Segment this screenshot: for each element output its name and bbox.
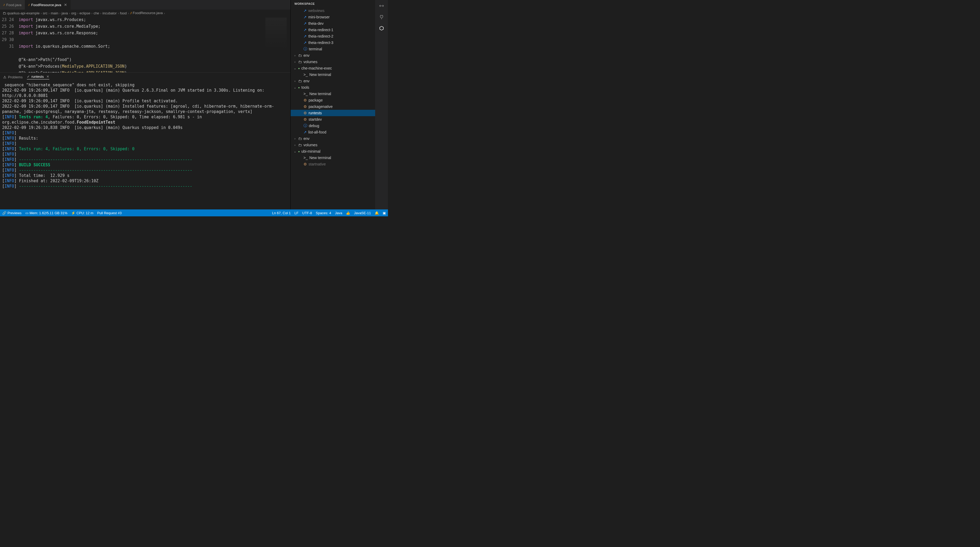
- code-editor[interactable]: 23 24 25 26 27 28 29 30 31 import javax.…: [0, 16, 290, 73]
- workspace-item-mini-browser[interactable]: ↗mini-browser: [291, 14, 375, 20]
- tree-item-label: theia-redirect-3: [308, 40, 333, 45]
- workspace-item-theia-redirect-2[interactable]: ↗theia-redirect-2: [291, 33, 375, 40]
- status-pull-request[interactable]: Pull Request #3: [97, 211, 122, 215]
- close-icon[interactable]: ✕: [64, 3, 67, 7]
- chevron-right-icon: ›: [40, 11, 41, 15]
- warning-icon: ⚠: [3, 75, 6, 79]
- info-icon: ⓘ: [304, 47, 307, 51]
- code-lines[interactable]: import javax.ws.rs.Produces; import java…: [19, 16, 290, 73]
- workspace-item-startnative[interactable]: ⚙startnative: [291, 161, 375, 167]
- exchange-icon[interactable]: [378, 2, 385, 10]
- workspace-item-theia-redirect-3[interactable]: ↗theia-redirect-3: [291, 40, 375, 46]
- workspace-item-new-terminal[interactable]: >_New terminal: [291, 91, 375, 97]
- tab-runtests[interactable]: ✓ runtests ✕: [27, 75, 49, 80]
- link-icon: 🔗: [2, 211, 6, 215]
- editor-tab[interactable]: JFood.java: [0, 0, 25, 10]
- workspace-item-theia-redirect-1[interactable]: ↗theia-redirect-1: [291, 27, 375, 33]
- layout-icon[interactable]: ▣: [383, 211, 386, 215]
- workspace-item-debug[interactable]: ⓘdebug: [291, 122, 375, 129]
- status-cursor-pos[interactable]: Ln 67, Col 1: [272, 211, 291, 215]
- bell-icon[interactable]: 🔔: [375, 211, 379, 215]
- tree-item-label: New terminal: [309, 73, 331, 77]
- breadcrumb-segment[interactable]: java: [62, 11, 68, 15]
- tree-item-label: packagenative: [309, 105, 332, 109]
- tree-item-label: debug: [309, 124, 319, 128]
- tree-item-label: terminal: [309, 47, 322, 51]
- chevron-right-icon: ›: [59, 11, 60, 15]
- tree-item-label: volumes: [304, 143, 317, 147]
- close-icon[interactable]: ✕: [46, 75, 49, 79]
- breadcrumb-segment[interactable]: eclipse: [80, 11, 90, 15]
- tree-item-label: env: [304, 53, 310, 57]
- status-indent[interactable]: Spaces: 4: [316, 211, 331, 215]
- breadcrumb-segment[interactable]: incubator: [102, 11, 116, 15]
- tab-problems[interactable]: ⚠ Problems: [3, 75, 23, 79]
- status-previews[interactable]: 🔗 Previews: [2, 211, 22, 215]
- workspace-item-startdev[interactable]: ⚙startdev: [291, 116, 375, 122]
- breadcrumb-segment[interactable]: main: [51, 11, 58, 15]
- terminal-output[interactable]: sequence "hibernate_sequence" does not e…: [0, 81, 290, 210]
- workspace-item-new-terminal[interactable]: >_New terminal: [291, 154, 375, 161]
- workspace-item-ubi-minimal[interactable]: ⌄●ubi-minimal: [291, 148, 375, 154]
- tree-item-label: volumes: [304, 60, 317, 64]
- chevron-right-icon: ›: [164, 11, 165, 15]
- breadcrumb-segment[interactable]: food: [120, 11, 127, 15]
- tab-label: FoodResource.java: [31, 3, 61, 7]
- breadcrumb-segment[interactable]: org: [71, 11, 76, 15]
- gear-icon: ⚙: [304, 111, 307, 115]
- workspace-item-tools[interactable]: ⌄●tools: [291, 84, 375, 91]
- tree-item-label: New terminal: [309, 156, 331, 160]
- gear-icon: ⚙: [304, 162, 307, 166]
- external-link-icon: ↗: [304, 21, 307, 25]
- status-jdk[interactable]: JavaSE-11: [354, 211, 371, 215]
- tree-item-label: package: [309, 98, 323, 102]
- tree-item-label: list-all-food: [308, 130, 326, 134]
- status-dot-icon: ●: [298, 150, 300, 153]
- external-link-icon: ↗: [304, 40, 307, 45]
- chevron-down-icon: ⌄: [293, 150, 297, 153]
- workspace-item-volumes[interactable]: ›🗀volumes: [291, 142, 375, 148]
- status-memory[interactable]: ▭ Mem: 1.62/5.11 GB 31%: [25, 211, 67, 215]
- cube-icon[interactable]: [378, 24, 385, 32]
- workspace-item-webviews[interactable]: ↗webviews: [291, 8, 375, 14]
- workspace-item-list-all-food[interactable]: ↗list-all-food: [291, 129, 375, 135]
- breadcrumb[interactable]: 🗀quarkus-api-example›src›main›java›org›e…: [0, 10, 290, 16]
- workspace-item-env[interactable]: ›🗀env: [291, 52, 375, 59]
- thumbs-up-icon[interactable]: 👍: [346, 211, 350, 215]
- breadcrumb-segment[interactable]: quarkus-api-example: [7, 11, 40, 15]
- workspace-item-runtests[interactable]: ⚙runtests: [291, 110, 375, 116]
- breadcrumb-segment[interactable]: che: [94, 11, 99, 15]
- workspace-item-env[interactable]: ›🗀env: [291, 78, 375, 84]
- status-encoding[interactable]: UTF-8: [302, 211, 312, 215]
- plug-icon[interactable]: [378, 13, 385, 21]
- tree-item-label: env: [304, 137, 310, 141]
- workspace-item-env[interactable]: ›🗀env: [291, 135, 375, 142]
- breadcrumb-segment[interactable]: src: [43, 11, 48, 15]
- workspace-title: WORKSPACE: [291, 0, 375, 8]
- tree-item-label: mini-browser: [308, 15, 329, 19]
- breadcrumb-segment[interactable]: J FoodResource.java: [130, 11, 163, 15]
- workspace-item-che-machine-exec[interactable]: ⌄●che-machine-exec: [291, 65, 375, 72]
- status-language[interactable]: Java: [335, 211, 342, 215]
- editor-tab[interactable]: JFoodResource.java✕: [25, 0, 71, 10]
- activity-bar: [375, 0, 388, 210]
- workspace-item-package[interactable]: ⚙package: [291, 97, 375, 103]
- workspace-item-new-terminal[interactable]: >_New terminal: [291, 72, 375, 78]
- workspace-item-volumes[interactable]: ›🗀volumes: [291, 59, 375, 65]
- workspace-item-packagenative[interactable]: ⚙packagenative: [291, 103, 375, 110]
- chevron-right-icon: ›: [293, 144, 297, 146]
- tree-item-label: New terminal: [309, 92, 331, 96]
- tree-item-label: ubi-minimal: [301, 149, 321, 153]
- gear-icon: ⚙: [304, 105, 307, 109]
- java-file-icon: J: [130, 11, 132, 15]
- minimap[interactable]: [266, 17, 287, 49]
- workspace-item-theia-dev[interactable]: ↗theia-dev: [291, 20, 375, 27]
- gear-icon: ⚙: [304, 117, 307, 121]
- folder-icon: 🗀: [298, 79, 302, 83]
- folder-icon: 🗀: [298, 53, 302, 57]
- workspace-tree[interactable]: ↗webviews↗mini-browser↗theia-dev↗theia-r…: [291, 8, 375, 210]
- chevron-down-icon: ⌄: [293, 86, 297, 89]
- status-eol[interactable]: LF: [294, 211, 298, 215]
- status-cpu[interactable]: ⚡ CPU: 12 m: [71, 211, 94, 215]
- workspace-item-terminal[interactable]: ⓘterminal: [291, 46, 375, 52]
